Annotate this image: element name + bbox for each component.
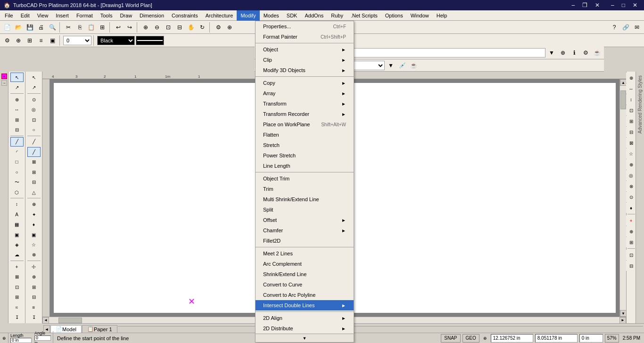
dd-trim[interactable]: Trim	[256, 184, 354, 194]
ltb-more6[interactable]: ↧	[10, 312, 24, 322]
app-minimize-btn[interactable]: –	[569, 2, 578, 8]
ltb-tool2[interactable]: ↔	[10, 105, 24, 114]
menu-dimension[interactable]: Dimension	[136, 10, 168, 21]
tb-snap[interactable]: ⊕	[13, 35, 24, 46]
ltb-tool1[interactable]: ⊕	[10, 95, 24, 104]
tb-config[interactable]: ⚙	[580, 48, 591, 58]
vertical-scrollbar[interactable]: ▲ ▼	[619, 79, 626, 317]
tb-zoom-fit[interactable]: ⊡	[163, 22, 173, 33]
ltb-poly[interactable]: ⬡	[10, 188, 24, 197]
ltb2-4[interactable]: ◎	[27, 105, 41, 114]
dd-meet2lines[interactable]: Meet 2 Lines	[256, 248, 354, 259]
ltb-more1[interactable]: +	[10, 262, 24, 271]
length-input[interactable]	[10, 338, 32, 343]
win-close-btn[interactable]: ✕	[630, 2, 640, 8]
ltb-hatch[interactable]: ▦	[10, 220, 24, 229]
ltb2-15[interactable]: ♦	[27, 220, 41, 229]
menu-format[interactable]: Format	[73, 10, 97, 21]
tb-eyedropper[interactable]: 💉	[397, 60, 407, 71]
dd-array[interactable]: Array ►	[256, 88, 354, 98]
dd-place-workplane[interactable]: Place on WorkPlane Shift+Alt+W	[256, 119, 354, 130]
ltb2-5[interactable]: ⊡	[27, 115, 41, 124]
tb-paste-special[interactable]: ⊞	[97, 22, 107, 33]
tb-grid[interactable]: ⊞	[25, 35, 35, 46]
ltb2-2[interactable]: ↗	[27, 82, 41, 92]
tb-info[interactable]: ℹ	[569, 48, 579, 58]
menu-addons[interactable]: AddOns	[301, 10, 327, 21]
ltb-tool4[interactable]: ⊟	[10, 125, 24, 134]
snap-btn[interactable]: SNAP	[441, 334, 460, 343]
tb-new[interactable]: 📄	[2, 22, 12, 33]
red-cross[interactable]: +	[1, 74, 7, 79]
ltb-text[interactable]: A	[10, 210, 24, 219]
arrow-btn[interactable]: →	[1, 80, 7, 86]
ltb2-14[interactable]: ✦	[27, 210, 41, 219]
style-dropdown2[interactable]: ▼	[386, 60, 396, 71]
ltb-3d[interactable]: ▣	[10, 230, 24, 239]
ltb2-6[interactable]: ○	[27, 125, 41, 134]
menu-sdk[interactable]: SDK	[283, 10, 301, 21]
scroll-up-btn[interactable]: ▲	[620, 79, 626, 86]
dd-arc-complement[interactable]: Arc Complement	[256, 259, 354, 269]
ltb2-10[interactable]: ⊞	[27, 167, 41, 177]
dd-2d-align[interactable]: 2D Align ►	[256, 313, 354, 323]
tab-paper1[interactable]: 📋 Paper 1	[82, 325, 117, 333]
tab-model[interactable]: 📄 Model	[50, 325, 82, 333]
tb-cut[interactable]: ✂	[63, 22, 74, 33]
app-restore-btn[interactable]: ❐	[579, 2, 590, 8]
dd-modify-3d[interactable]: Modify 3D Objects ►	[256, 65, 354, 75]
layer-select[interactable]: 0	[63, 36, 91, 45]
ltb-spline[interactable]: 〜	[10, 178, 24, 187]
dd-transform-recorder[interactable]: Transform Recorder ►	[256, 109, 354, 119]
ltb-render[interactable]: ◈	[10, 240, 24, 249]
scroll-right-btn[interactable]: ►	[619, 317, 626, 324]
ltb2-9[interactable]: ⊠	[27, 157, 41, 167]
dd-object[interactable]: Object ►	[256, 44, 354, 55]
menu-draw[interactable]: Draw	[116, 10, 136, 21]
ltb-more3[interactable]: ⊡	[10, 282, 24, 292]
menu-modes[interactable]: Modes	[260, 10, 283, 21]
tb-properties[interactable]: ⚙	[213, 22, 223, 33]
ltb-circle[interactable]: ○	[10, 167, 24, 177]
dd-fillet2d[interactable]: Fillet2D	[256, 236, 354, 246]
tb-zoom-out[interactable]: ⊖	[152, 22, 162, 33]
tb-save[interactable]: 💾	[25, 22, 35, 33]
coord-icon[interactable]: ⊕	[481, 334, 489, 343]
win-maximize-btn[interactable]: □	[619, 2, 628, 8]
ltb2-18[interactable]: ⊗	[27, 250, 41, 260]
tb-print-preview[interactable]: 🔍	[47, 22, 58, 33]
tb-layers[interactable]: ⊕	[224, 22, 235, 33]
normal-lines-dropdown[interactable]: ▼	[546, 48, 557, 58]
angle-input[interactable]	[34, 335, 51, 341]
dd-split[interactable]: Split	[256, 204, 354, 215]
ltb-more2[interactable]: ⊠	[10, 272, 24, 282]
tb-cup[interactable]: ☕	[592, 48, 602, 58]
ltb2-24[interactable]: ↧	[27, 312, 41, 322]
dd-offset[interactable]: Offset ►	[256, 215, 354, 225]
ltb2-17[interactable]: ☆	[27, 240, 41, 249]
ltb2-22[interactable]: ⊟	[27, 293, 41, 302]
menu-help[interactable]: Help	[433, 10, 451, 21]
ltb-dim[interactable]: ↕	[10, 199, 24, 209]
dd-object-trim[interactable]: Object Trim	[256, 173, 354, 184]
ltb2-7[interactable]: ╱	[27, 137, 41, 147]
dd-flatten[interactable]: Flatten	[256, 130, 354, 140]
dd-2d-distribute[interactable]: 2D Distribute ►	[256, 323, 354, 334]
ltb2-13[interactable]: ⊕	[27, 199, 41, 209]
tb-layers2[interactable]: ≡	[36, 35, 46, 46]
dd-stretch[interactable]: Stretch	[256, 140, 354, 150]
tb-mail[interactable]: ✉	[632, 22, 642, 33]
tb-paste[interactable]: 📋	[86, 22, 96, 33]
title-bar-controls[interactable]: – ❐ ✕ – □ ✕	[569, 2, 640, 8]
style-select2[interactable]	[352, 61, 385, 70]
ltb-arc[interactable]: ◜	[10, 147, 24, 156]
menu-edit[interactable]: Edit	[17, 10, 33, 21]
ltb2-1[interactable]: ↖	[27, 73, 41, 82]
tb-print[interactable]: 🖨	[36, 22, 46, 33]
status-icon-left[interactable]: ⊕	[0, 333, 8, 343]
ltb-tool3[interactable]: ⊞	[10, 115, 24, 124]
ltb2-3[interactable]: ⊙	[27, 95, 41, 104]
menu-window[interactable]: Window	[407, 10, 433, 21]
tb-redo[interactable]: ↪	[124, 22, 135, 33]
tb-help[interactable]: ?	[609, 22, 619, 33]
